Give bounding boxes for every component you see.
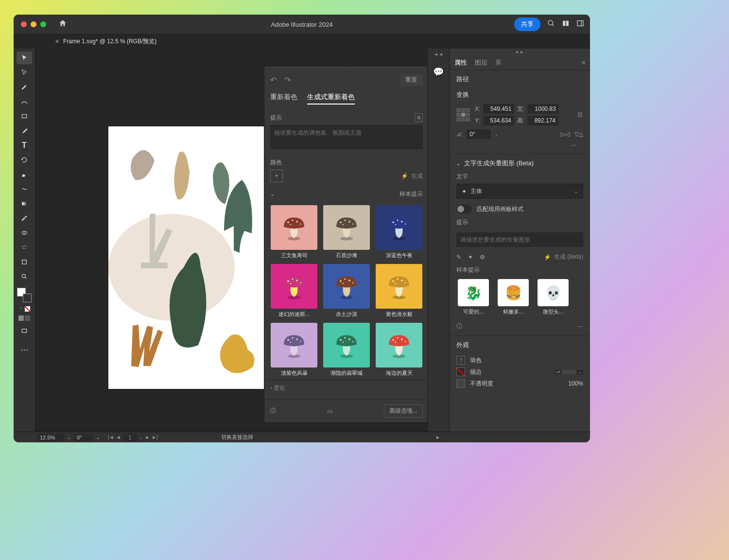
comments-icon[interactable]: 💬 xyxy=(433,67,444,77)
close-tab-icon[interactable]: ✕ xyxy=(55,38,59,45)
reset-button[interactable]: 重置 xyxy=(399,74,423,86)
symbol-sprayer-tool[interactable] xyxy=(17,241,32,254)
vector-prompt-input[interactable] xyxy=(456,232,583,247)
panel-menu-icon[interactable]: ≡ xyxy=(582,59,585,66)
edit-toolbar-button[interactable]: ⋯ xyxy=(17,343,32,356)
rectangle-tool[interactable] xyxy=(17,110,32,122)
vector-sample-item[interactable]: 🐉 可爱的... xyxy=(456,279,490,315)
search-icon[interactable] xyxy=(547,19,555,29)
document-tab[interactable]: ✕ Frame 1.svg* @ 12.5 % (RGB/预览) xyxy=(55,37,156,46)
opacity-swatch[interactable] xyxy=(456,379,465,388)
color-mode-swatches[interactable]: ? xyxy=(18,306,30,312)
last-artboard-button[interactable]: ►| xyxy=(152,435,158,440)
generative-recolor-tab[interactable]: 生成式重新着色 xyxy=(307,93,355,105)
gradient-tool[interactable] xyxy=(17,197,32,210)
vector-sample-item[interactable]: 💀 微型头... xyxy=(536,279,570,315)
match-style-toggle[interactable] xyxy=(456,205,472,213)
rotate-tool[interactable] xyxy=(17,154,32,166)
transform-more-button[interactable]: ⋯ xyxy=(456,139,583,149)
tab-layers[interactable]: 图层 xyxy=(475,55,487,70)
stroke-swatch[interactable] xyxy=(456,368,465,376)
collapse-panels-button[interactable]: ◄◄ xyxy=(434,52,443,57)
shape-builder-tool[interactable] xyxy=(17,227,32,239)
subtype-dropdown[interactable]: ✦ 主体 ⌄ xyxy=(456,184,583,199)
rotate-view-field[interactable]: 0° xyxy=(74,434,93,441)
draw-mode-swatches[interactable] xyxy=(18,315,30,321)
screen-mode-tool[interactable] xyxy=(17,325,32,337)
opacity-value[interactable]: 100% xyxy=(568,380,583,387)
vector-sample-item[interactable]: 🍔 鲜嫩多... xyxy=(496,279,530,315)
home-button[interactable] xyxy=(58,19,67,30)
info-icon[interactable]: ⓘ xyxy=(456,322,462,331)
eyedropper-tool[interactable] xyxy=(17,212,32,225)
style-picker-icon[interactable]: ✎ xyxy=(456,254,461,261)
flip-horizontal-icon[interactable]: ▷◁ xyxy=(561,131,570,138)
sample-prompt-item[interactable]: 深蓝色午夜 xyxy=(375,205,423,259)
height-input[interactable] xyxy=(527,116,558,125)
rotate-input[interactable] xyxy=(467,129,491,139)
sample-prompt-item[interactable]: 石质沙滩 xyxy=(323,205,370,259)
paintbrush-tool[interactable] xyxy=(17,124,32,137)
add-color-button[interactable]: + xyxy=(270,170,283,182)
next-artboard-button[interactable]: ► xyxy=(145,435,150,440)
sample-prompt-item[interactable]: 赤土沙漠 xyxy=(323,264,370,318)
artboard-tool[interactable] xyxy=(17,256,32,268)
y-input[interactable] xyxy=(483,116,514,125)
flip-vertical-icon[interactable]: ▽△ xyxy=(574,131,583,138)
undo-button[interactable]: ↶ xyxy=(270,75,277,85)
settings-icon[interactable]: ⚙ xyxy=(480,254,485,261)
close-window-button[interactable] xyxy=(21,21,27,27)
x-input[interactable] xyxy=(483,104,514,114)
type-tool[interactable]: T xyxy=(17,139,32,152)
zoom-field[interactable]: 12.5% xyxy=(37,434,64,441)
prompt-menu-icon[interactable]: ≡ xyxy=(415,113,423,122)
prev-artboard-button[interactable]: ◄ xyxy=(116,435,121,440)
generate-beta-button[interactable]: ⚡ 生成 (Beta) xyxy=(544,253,583,261)
eraser-tool[interactable] xyxy=(17,168,32,181)
more-samples-button[interactable]: ⋯ xyxy=(577,323,583,330)
pen-tool[interactable] xyxy=(17,81,32,93)
text-to-vector-header[interactable]: ⌄ 文字生成矢量图形 (Beta) xyxy=(456,159,583,168)
share-button[interactable]: 共享 xyxy=(514,18,540,31)
recolor-tab[interactable]: 重新着色 xyxy=(270,93,297,105)
generate-button[interactable]: ⚡ 生成 xyxy=(401,172,423,180)
collapse-right-button[interactable]: ►► xyxy=(450,49,590,55)
width-input[interactable] xyxy=(528,104,559,114)
minimize-window-button[interactable] xyxy=(31,21,36,27)
canvas[interactable]: :::::: ↶ ↷ 重置 重新着色 生成式重新着色 提示≡ 颜色 xyxy=(35,49,427,432)
folder-icon[interactable]: ▭ xyxy=(327,408,332,415)
panel-toggle-icon[interactable] xyxy=(576,19,584,29)
stroke-weight-stepper[interactable]: ▴▾⌄ xyxy=(555,370,583,374)
tab-libraries[interactable]: 库 xyxy=(495,55,502,70)
zoom-dropdown-icon[interactable]: ⌄ xyxy=(65,435,73,440)
width-tool[interactable] xyxy=(17,183,32,195)
constrain-proportions-icon[interactable]: ⛓ xyxy=(577,111,583,118)
sample-prompt-item[interactable]: 黄色潜水艇 xyxy=(375,264,423,318)
info-icon[interactable]: ⓘ xyxy=(270,407,276,415)
sample-prompt-item[interactable]: 淡紫色风暴 xyxy=(270,323,318,377)
inspiration-icon[interactable]: ✦ xyxy=(468,254,473,261)
direct-selection-tool[interactable] xyxy=(17,66,32,79)
workspace-icon[interactable] xyxy=(562,19,570,29)
prompt-textarea[interactable] xyxy=(270,125,423,149)
artboard-number-field[interactable]: 1 xyxy=(122,434,137,441)
maximize-window-button[interactable] xyxy=(40,21,46,27)
angle-dropdown-icon[interactable]: ⌄ xyxy=(94,435,102,440)
fill-stroke-swatches[interactable] xyxy=(17,288,32,302)
zoom-tool[interactable] xyxy=(17,270,32,283)
sample-prompt-item[interactable]: 迷幻的迪斯... xyxy=(270,264,318,318)
redo-button[interactable]: ↷ xyxy=(284,75,291,85)
tab-properties[interactable]: 属性 xyxy=(454,55,467,70)
sample-prompt-item[interactable]: 三文鱼寿司 xyxy=(270,205,318,259)
scroll-right-button[interactable]: ► xyxy=(435,435,440,440)
artboard-dropdown-icon[interactable]: ⌄ xyxy=(139,435,143,440)
reference-point-widget[interactable] xyxy=(456,108,470,122)
sample-prompt-item[interactable]: 海边的夏天 xyxy=(375,323,423,377)
fill-swatch[interactable]: ? xyxy=(456,356,465,365)
first-artboard-button[interactable]: |◄ xyxy=(108,435,114,440)
selection-tool[interactable] xyxy=(17,52,32,64)
panel-drag-handle[interactable]: :::::: xyxy=(264,66,427,70)
curvature-tool[interactable] xyxy=(17,95,32,108)
advanced-options-button[interactable]: 高级选项... xyxy=(384,404,423,418)
variations-section[interactable]: › 变化 xyxy=(264,380,427,396)
